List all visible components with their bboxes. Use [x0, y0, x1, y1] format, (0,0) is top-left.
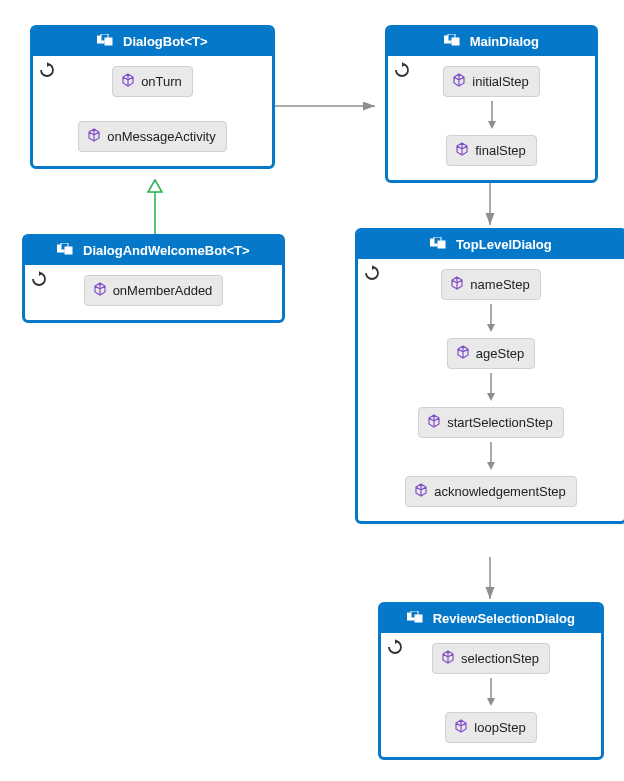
method-onturn: onTurn — [112, 66, 193, 97]
arrow-down-icon — [370, 304, 612, 334]
class-icon — [97, 28, 113, 56]
method-label: finalStep — [475, 143, 526, 158]
class-icon — [430, 231, 446, 259]
cube-icon — [441, 650, 455, 667]
class-icon — [407, 605, 423, 633]
method-finalstep: finalStep — [446, 135, 537, 166]
class-box-dialogandwelcomebot: DialogAndWelcomeBot<T> onMemberAdded — [22, 234, 285, 323]
method-label: loopStep — [474, 720, 525, 735]
method-label: startSelectionStep — [447, 415, 553, 430]
connector-toplevel-to-reviewsel — [475, 557, 505, 607]
svg-rect-6 — [105, 38, 112, 45]
arrow-down-icon — [393, 678, 589, 708]
method-acknowledgementstep: acknowledgementStep — [405, 476, 577, 507]
class-icon — [57, 237, 73, 265]
class-title-text: ReviewSelectionDialog — [433, 611, 575, 626]
svg-rect-12 — [452, 38, 459, 45]
cube-icon — [121, 73, 135, 90]
diagram-canvas: DialogBot<T> onTurn onMessageActivity Di… — [0, 0, 624, 781]
svg-rect-9 — [65, 247, 72, 254]
class-box-maindialog: MainDialog initialStep finalStep — [385, 25, 598, 183]
cube-icon — [414, 483, 428, 500]
cube-icon — [456, 345, 470, 362]
class-title: ReviewSelectionDialog — [381, 605, 601, 633]
cube-icon — [427, 414, 441, 431]
class-title-text: DialogAndWelcomeBot<T> — [83, 243, 250, 258]
connector-inheritance — [140, 180, 180, 240]
class-box-dialogbot: DialogBot<T> onTurn onMessageActivity — [30, 25, 275, 169]
class-title-text: MainDialog — [470, 34, 539, 49]
cube-icon — [450, 276, 464, 293]
svg-rect-16 — [438, 241, 445, 248]
class-title: DialogBot<T> — [33, 28, 272, 56]
method-namestep: nameStep — [441, 269, 540, 300]
class-title-text: DialogBot<T> — [123, 34, 208, 49]
method-label: acknowledgementStep — [434, 484, 566, 499]
method-label: onMessageActivity — [107, 129, 215, 144]
loop-icon — [387, 639, 403, 658]
class-title-text: TopLevelDialog — [456, 237, 552, 252]
cube-icon — [93, 282, 107, 299]
cube-icon — [452, 73, 466, 90]
class-title: TopLevelDialog — [358, 231, 624, 259]
method-label: initialStep — [472, 74, 528, 89]
loop-icon — [364, 265, 380, 284]
method-agestep: ageStep — [447, 338, 535, 369]
loop-icon — [394, 62, 410, 81]
connector-dialogbot-to-maindialog — [275, 96, 385, 116]
method-selectionstep: selectionStep — [432, 643, 550, 674]
arrow-down-icon — [370, 373, 612, 403]
loop-icon — [31, 271, 47, 290]
loop-icon — [39, 62, 55, 81]
svg-rect-22 — [415, 615, 422, 622]
method-label: ageStep — [476, 346, 524, 361]
cube-icon — [454, 719, 468, 736]
class-box-topleveldialog: TopLevelDialog nameStep ageStep startSel… — [355, 228, 624, 524]
class-title: DialogAndWelcomeBot<T> — [25, 237, 282, 265]
connector-maindialog-to-toplevel — [475, 183, 505, 233]
arrow-down-icon — [370, 442, 612, 472]
method-onmemberadded: onMemberAdded — [84, 275, 224, 306]
class-icon — [444, 28, 460, 56]
method-startselectionstep: startSelectionStep — [418, 407, 564, 438]
method-onmessageactivity: onMessageActivity — [78, 121, 226, 152]
class-title: MainDialog — [388, 28, 595, 56]
method-label: nameStep — [470, 277, 529, 292]
method-loopstep: loopStep — [445, 712, 536, 743]
method-label: onMemberAdded — [113, 283, 213, 298]
class-box-reviewselectiondialog: ReviewSelectionDialog selectionStep loop… — [378, 602, 604, 760]
method-label: onTurn — [141, 74, 182, 89]
cube-icon — [87, 128, 101, 145]
cube-icon — [455, 142, 469, 159]
method-label: selectionStep — [461, 651, 539, 666]
method-initialstep: initialStep — [443, 66, 539, 97]
arrow-down-icon — [400, 101, 583, 131]
